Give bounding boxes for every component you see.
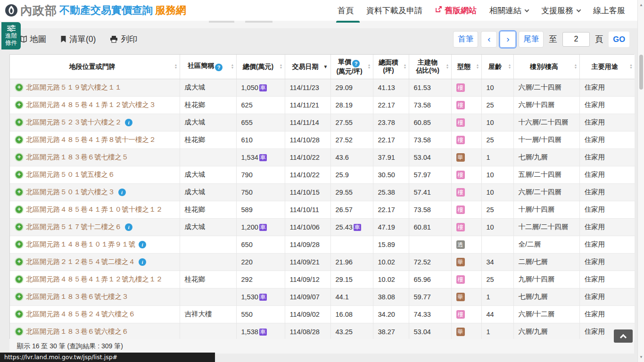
address-link[interactable]: 北區開元路５１９號六樓之１１ <box>26 83 122 92</box>
address-link[interactable]: 北區開元路１８３巷６號七樓之３ <box>26 292 129 301</box>
expand-row-button[interactable]: + <box>16 119 23 126</box>
column-header-community[interactable]: 社區簡稱?▲▼ <box>180 55 236 79</box>
back-to-top-button[interactable] <box>614 329 633 343</box>
expand-row-button[interactable]: + <box>16 241 23 248</box>
expand-row-button[interactable]: + <box>16 293 23 300</box>
saved-list-button[interactable]: 清單(0) <box>60 33 96 45</box>
cell-community: 吉祥大樓 <box>180 305 236 323</box>
cell-total-area: 25.38 <box>373 183 409 201</box>
cell-building-age: 34 <box>481 253 513 271</box>
print-button[interactable]: 列印 <box>110 33 137 45</box>
column-header-age[interactable]: 屋齡▲▼ <box>481 55 513 79</box>
scrollbar-down-arrow[interactable]: ▼ <box>638 355 644 359</box>
cell-community: 桂花鄉 <box>180 271 236 288</box>
address-link[interactable]: 北區開元路１８３巷６號六樓之６ <box>26 327 129 336</box>
address-link[interactable]: 北區開元路４８５巷４１弄１２號九樓之１２ <box>26 275 163 284</box>
sort-desc-icon: ▼ <box>323 63 328 71</box>
column-header-date[interactable]: 交易日期▼ <box>285 55 330 79</box>
cell-total-price: 750 <box>236 183 285 201</box>
column-header-area[interactable]: 總面積(坪)▲▼ <box>373 55 409 79</box>
expand-row-button[interactable]: + <box>16 101 23 108</box>
cell-address: +北區開元路１４８巷１０１弄９１號i <box>10 236 180 253</box>
last-page-button[interactable]: 尾筆 <box>519 31 544 48</box>
nav-download-apply[interactable]: 資料下載及申請 <box>366 5 422 16</box>
column-header-floor[interactable]: 樓別/樓高▲▼ <box>513 55 579 79</box>
expand-row-button[interactable]: + <box>16 276 23 283</box>
cell-main-building-ratio <box>409 236 451 253</box>
address-link[interactable]: 北區開元路２１２巷５４號二樓之４ <box>26 257 135 266</box>
scrollbar-thumb[interactable] <box>639 55 643 90</box>
cell-floor: 七層/九層 <box>513 288 579 305</box>
table-row: +北區開元路４８５巷４１弄１２號六樓之３桂花鄉625114/11/2128.19… <box>10 96 635 114</box>
info-icon[interactable]: i <box>118 189 126 196</box>
help-icon[interactable]: ? <box>215 64 223 71</box>
expand-row-button[interactable]: + <box>16 328 23 335</box>
cell-building-type: 華 <box>451 288 481 305</box>
cell-building-type: 樓 <box>451 201 481 218</box>
expand-row-button[interactable]: + <box>16 206 23 213</box>
moi-logo-icon <box>5 4 18 17</box>
first-page-button[interactable]: 首筆 <box>453 31 478 48</box>
page-number-input[interactable] <box>562 32 590 47</box>
cell-floor: 五層/二十四層 <box>513 166 579 183</box>
expand-row-button[interactable]: + <box>16 84 23 91</box>
cell-address: +北區開元路１８３巷６號六樓之６ <box>10 323 180 340</box>
next-page-button[interactable]: › <box>500 31 516 48</box>
address-link[interactable]: 北區開元路４８５巷２４號六樓之６ <box>26 310 135 319</box>
info-icon[interactable]: i <box>125 119 132 126</box>
address-link[interactable]: 北區開元路５０１號六樓之３ <box>26 188 115 197</box>
browser-status-bar: https://lvr.land.moi.gov.tw/jsp/list.jsp… <box>0 353 215 362</box>
column-header-unit-price[interactable]: 單價?(萬元/坪)▲▼ <box>330 55 373 79</box>
prev-page-button[interactable]: ‹ <box>481 31 497 48</box>
info-icon[interactable]: i <box>125 223 132 231</box>
expand-row-button[interactable]: + <box>16 311 23 318</box>
cell-building-type: 樓 <box>451 131 481 148</box>
address-link[interactable]: 北區開元路４８５巷４１弄８號十一樓之２ <box>26 135 156 144</box>
address-link[interactable]: 北區開元路４８５巷４１弄１０號十樓之１２ <box>26 205 163 214</box>
nav-home[interactable]: 首頁 <box>338 5 354 16</box>
address-link[interactable]: 北區開元路４８５巷４１弄１２號六樓之３ <box>26 100 156 109</box>
column-header-address[interactable]: 地段位置或門牌▲▼ <box>10 55 180 79</box>
nav-old-site[interactable]: 舊版網站 <box>435 5 477 16</box>
cell-building-age <box>481 236 513 253</box>
site-logo[interactable]: 內政部 不動產交易實價查詢 服務網 <box>5 3 186 18</box>
address-link[interactable]: 北區開元路５０１號五樓之６ <box>26 170 115 179</box>
building-type-badge: 樓 <box>456 310 465 319</box>
address-cell-content: +北區開元路５０１號五樓之６ <box>15 166 178 183</box>
help-icon[interactable]: ? <box>352 60 360 67</box>
address-link[interactable]: 北區開元路１８３巷６號七樓之５ <box>26 153 129 162</box>
cell-address: +北區開元路１８３巷６號七樓之３ <box>10 288 180 305</box>
expand-row-button[interactable]: + <box>16 223 23 230</box>
table-row: +北區開元路１８３巷６號六樓之６1,538車114/08/2843.2538.2… <box>10 323 635 340</box>
nav-online-service[interactable]: 線上客服 <box>593 5 625 16</box>
expand-row-button[interactable]: + <box>16 258 23 265</box>
building-type-badge: 樓 <box>456 136 465 144</box>
sort-icon: ▲▼ <box>574 64 578 69</box>
column-header-price[interactable]: 總價(萬元)▲▼ <box>236 55 285 79</box>
cell-total-price: 1,530車 <box>236 288 285 305</box>
info-icon[interactable]: i <box>139 241 146 248</box>
expand-row-button[interactable]: + <box>16 171 23 178</box>
column-header-usage[interactable]: 主要用途▲▼ <box>579 55 635 79</box>
column-header-type[interactable]: 型態▲▼ <box>451 55 481 79</box>
expand-row-button[interactable]: + <box>16 189 23 196</box>
cell-transaction-date: 114/10/15 <box>285 183 330 201</box>
nav-related-links[interactable]: 相關連結 <box>489 5 528 16</box>
advanced-conditions-tab[interactable]: 進階 條件 <box>1 22 21 49</box>
cell-floor: 六層/九層 <box>513 323 579 340</box>
map-view-button[interactable]: 地圖 <box>18 33 46 45</box>
address-link[interactable]: 北區開元路５１７號十二樓之６ <box>26 222 122 231</box>
nav-support-services[interactable]: 支援服務 <box>541 5 580 16</box>
expand-row-button[interactable]: + <box>16 136 23 143</box>
cell-community: 桂花鄉 <box>180 131 236 148</box>
info-icon[interactable]: i <box>139 258 146 266</box>
address-link[interactable]: 北區開元路１４８巷１０１弄９１號 <box>26 240 135 249</box>
column-header-ratio[interactable]: 主建物佔比(%)▲▼ <box>409 55 451 79</box>
expand-row-button[interactable]: + <box>16 154 23 161</box>
go-button[interactable]: GO <box>608 31 630 48</box>
goto-page-suffix-label: 頁 <box>595 33 603 45</box>
page-scrollbar[interactable]: ▲ ▼ <box>637 0 644 362</box>
scrollbar-up-arrow[interactable]: ▲ <box>638 3 644 7</box>
cell-total-area: 23.78 <box>373 114 409 131</box>
address-link[interactable]: 北區開元路５２３號十六樓之２ <box>26 118 122 127</box>
